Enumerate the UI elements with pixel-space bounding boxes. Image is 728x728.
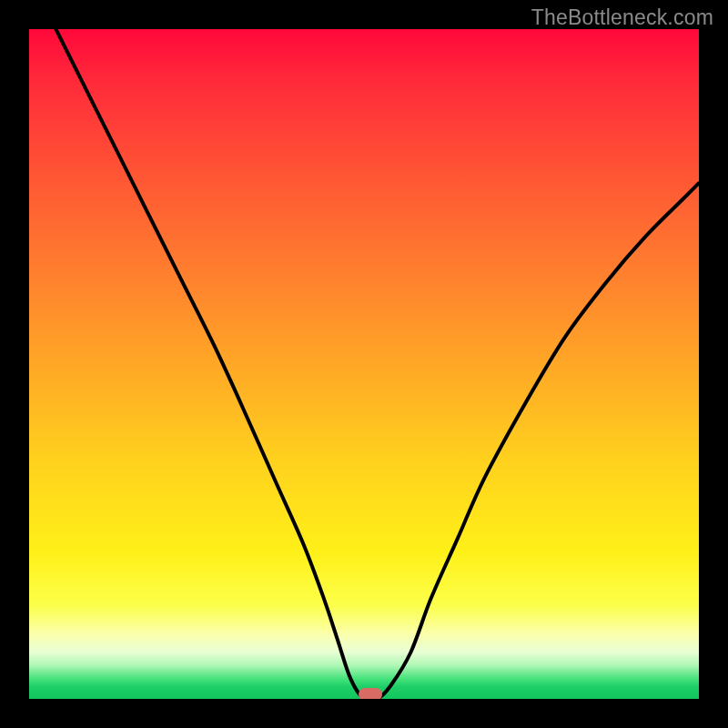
watermark-text: TheBottleneck.com (531, 5, 713, 30)
bottleneck-curve (29, 29, 699, 699)
plot-area (29, 29, 699, 699)
optimal-marker (359, 688, 382, 699)
curve-path (56, 29, 699, 699)
chart-frame: TheBottleneck.com (0, 0, 728, 728)
